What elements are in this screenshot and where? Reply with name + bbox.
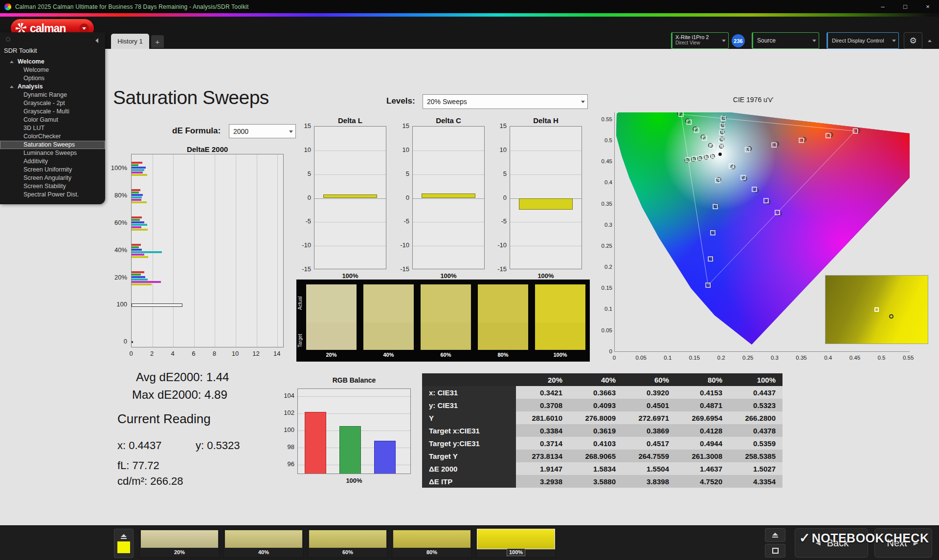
sidebar-item-additivity[interactable]: Additivity [0, 157, 105, 166]
patch-button-20[interactable]: 20% [139, 529, 220, 558]
sidebar-item-label: Analysis [18, 83, 43, 90]
x-tick-label: 0.05 [630, 355, 652, 361]
swatch-strip: Actual Target 20%40%60%80%100% [296, 280, 590, 362]
max-label: Max dE2000: [132, 388, 201, 401]
row-label: Target y:CIE31 [422, 437, 516, 450]
collapse-toolbar-button[interactable] [924, 32, 935, 49]
target-point [874, 307, 879, 312]
settings-gear-button[interactable]: ⚙ [904, 32, 922, 49]
de2000-bar [132, 167, 146, 169]
patch-selector: 20%40%60%80%100% [139, 529, 556, 558]
y-tick-label: -5 [489, 217, 507, 225]
meter-dropdown[interactable]: X-Rite i1Pro 2 Direct View [671, 32, 729, 49]
y-tick-label: 0.25 [598, 243, 612, 249]
sidebar-item-screen-stability[interactable]: Screen Stability [0, 182, 105, 191]
de2000-bar [132, 246, 139, 248]
sidebar-item-grayscale-2pt[interactable]: Grayscale - 2pt [0, 99, 105, 108]
y-tick-label: 15 [392, 122, 409, 129]
patch-button-80[interactable]: 80% [392, 529, 472, 558]
sidebar-item-saturation-sweeps[interactable]: Saturation Sweeps [0, 141, 105, 149]
sidebar-item-color-gamut[interactable]: Color Gamut [0, 116, 105, 124]
chart-plot [314, 126, 386, 269]
x-tick-label: 8 [208, 350, 220, 357]
table-cell: 0.4437 [729, 386, 782, 399]
levels-select[interactable]: 20% Sweeps [423, 94, 588, 109]
patch-color [141, 530, 218, 548]
sidebar-item-screen-uniformity[interactable]: Screen Uniformity [0, 166, 105, 174]
table-row: ΔE 20001.91471.58341.55041.46371.5027 [422, 462, 782, 475]
patch-button-40[interactable]: 40% [224, 529, 304, 558]
sidebar-item-options[interactable]: Options [0, 74, 105, 83]
reading-cdm2: cd/m²: 266.28 [117, 475, 183, 488]
sidebar-item-label: Welcome [23, 66, 49, 73]
sidebar-collapse-button[interactable] [92, 36, 101, 45]
de2000-bar [132, 226, 141, 228]
sidebar-item-welcome[interactable]: Welcome [0, 58, 105, 66]
avg-value: 1.44 [206, 370, 229, 384]
tab-history-1[interactable]: History 1 [111, 34, 149, 49]
table-cell: 276.8009 [569, 411, 623, 424]
x-tick-label: 6 [188, 350, 200, 357]
chevron-down-icon [892, 40, 896, 42]
sidebar-item-dynamic-range[interactable]: Dynamic Range [0, 91, 105, 99]
chevron-down-icon [82, 27, 86, 30]
levels-label: Levels: [386, 96, 415, 106]
add-tab-button[interactable]: + [151, 35, 164, 48]
bottom-bar: 20%40%60%80%100% ◄ Back Next ► [0, 525, 939, 560]
gridline [413, 174, 484, 175]
sidebar-item-spectral-power-dist-[interactable]: Spectral Power Dist. [0, 191, 105, 199]
chart-title: Delta C [412, 116, 485, 125]
x-tick-label: 0.3 [764, 355, 785, 361]
table-cell: 0.4944 [676, 437, 729, 450]
de2000-bar [132, 249, 142, 251]
reading-fl: fL: 77.72 [117, 459, 159, 472]
delta-bar [519, 198, 573, 210]
chevron-down-icon [289, 130, 293, 133]
rgb-bar-red [305, 412, 326, 474]
stop-button[interactable] [765, 544, 785, 558]
y-tick-label: 10 [489, 146, 507, 153]
patch-button-60[interactable]: 60% [308, 529, 388, 558]
x-tick-label: 2 [146, 350, 158, 357]
close-button[interactable]: × [917, 0, 939, 13]
y-tick-label: 0 [105, 338, 127, 345]
sidebar-item-welcome[interactable]: Welcome [0, 66, 105, 74]
next-button[interactable]: Next ► [874, 528, 932, 558]
calman-app-icon [4, 3, 11, 10]
column-header: 80% [676, 373, 729, 386]
sidebar-item-label: Screen Stability [23, 183, 66, 190]
sidebar-item-analysis[interactable]: Analysis [0, 83, 105, 91]
rainbow-strip [0, 13, 939, 17]
back-label: Back [827, 538, 849, 549]
sidebar-item-grayscale-multi[interactable]: Grayscale - Multi [0, 108, 105, 116]
y-tick-label: 104 [274, 392, 294, 399]
sidebar-item-colorchecker[interactable]: ColorChecker [0, 132, 105, 141]
back-button[interactable]: ◄ Back [795, 528, 868, 558]
meter-count-badge: 236 [732, 34, 745, 47]
de2000-bar [132, 219, 140, 221]
capture-patch-button[interactable] [114, 529, 134, 558]
minimize-button[interactable]: – [872, 0, 894, 13]
gridline [413, 222, 484, 222]
sidebar-item-3d-lut[interactable]: 3D LUT [0, 124, 105, 132]
de-formula-select[interactable]: 2000 [229, 124, 296, 138]
table-cell: 0.4093 [569, 399, 623, 411]
sidebar-item-screen-angularity[interactable]: Screen Angularity [0, 174, 105, 182]
y-tick-label: 0.5 [598, 137, 612, 143]
saturation-swatch [478, 284, 528, 350]
table-cell: 273.8134 [516, 450, 569, 462]
y-tick-label: -15 [392, 265, 409, 273]
row-label: ΔE ITP [422, 475, 516, 488]
display-control-dropdown[interactable]: Direct Display Control [827, 32, 899, 49]
eject-button[interactable] [765, 528, 785, 542]
y-tick-label: 40% [105, 246, 127, 254]
maximize-button[interactable]: □ [894, 0, 917, 13]
sidebar-item-luminance-sweeps[interactable]: Luminance Sweeps [0, 149, 105, 157]
patch-button-100[interactable]: 100% [476, 529, 556, 558]
chart-title: RGB Balance [297, 376, 411, 384]
calman-menu-dropdown[interactable] [79, 23, 89, 33]
eject-icon [772, 533, 778, 538]
chart-plot [510, 126, 582, 269]
source-dropdown[interactable]: Source [752, 32, 819, 49]
y-tick-label: -10 [489, 241, 507, 249]
